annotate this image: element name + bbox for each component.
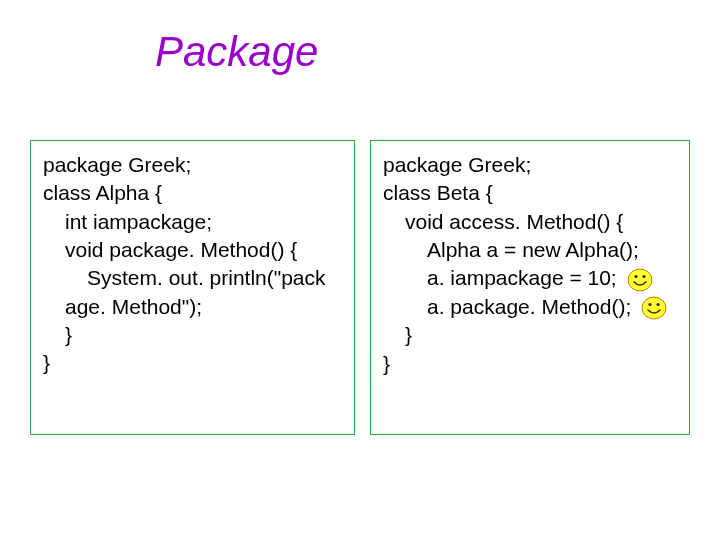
code-line: }: [383, 350, 677, 378]
svg-point-5: [657, 303, 660, 306]
slide-title: Package: [155, 28, 318, 76]
code-line: a. iampackage = 10;: [383, 264, 677, 292]
code-box-alpha: package Greek; class Alpha { int iampack…: [30, 140, 355, 435]
code-text: a. iampackage = 10;: [427, 266, 617, 289]
code-text: a. package. Method();: [427, 295, 631, 318]
code-line: System. out. println("pack: [43, 264, 342, 292]
code-line: void package. Method() {: [43, 236, 342, 264]
code-line: package Greek;: [43, 151, 342, 179]
code-line: age. Method");: [43, 293, 342, 321]
svg-point-1: [634, 275, 637, 278]
code-line: }: [43, 321, 342, 349]
code-line: Alpha a = new Alpha();: [383, 236, 677, 264]
code-line: int iampackage;: [43, 208, 342, 236]
smiley-icon: [627, 267, 653, 293]
code-line: }: [383, 321, 677, 349]
svg-point-4: [649, 303, 652, 306]
svg-point-2: [642, 275, 645, 278]
code-line: class Beta {: [383, 179, 677, 207]
svg-point-3: [642, 297, 666, 319]
code-line: void access. Method() {: [383, 208, 677, 236]
code-line: package Greek;: [383, 151, 677, 179]
code-box-beta: package Greek; class Beta { void access.…: [370, 140, 690, 435]
code-line: }: [43, 349, 342, 377]
svg-point-0: [628, 269, 652, 291]
code-line: a. package. Method();: [383, 293, 677, 321]
code-line: class Alpha {: [43, 179, 342, 207]
smiley-icon: [641, 295, 667, 321]
